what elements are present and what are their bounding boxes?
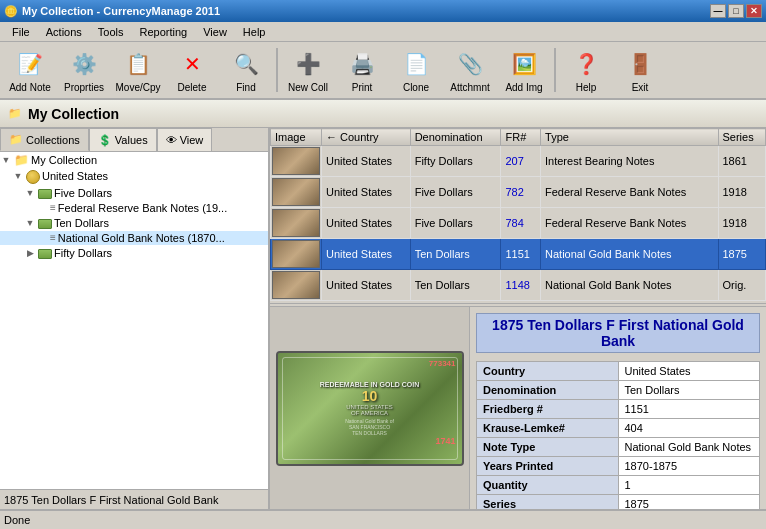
bottom-area: REDEEMABLE IN GOLD COIN 10 UNITED STATES…: [270, 307, 766, 509]
tree-item-unitedstates[interactable]: ▼ United States: [0, 168, 268, 185]
nationalgold-sub-icon: ≡: [50, 232, 56, 243]
values-icon: 💲: [98, 134, 112, 147]
add-img-label: Add Img: [505, 82, 542, 93]
table-scroll[interactable]: Image ← Country Denomination FR# Type Se…: [270, 128, 766, 303]
col-series[interactable]: Series: [718, 129, 766, 146]
menu-reporting[interactable]: Reporting: [132, 24, 196, 40]
col-country[interactable]: ← Country: [322, 129, 411, 146]
collection-tree[interactable]: ▼ 📁 My Collection ▼ United States ▼ Five…: [0, 152, 268, 489]
properties-button[interactable]: ⚙️ Proprties: [58, 44, 110, 96]
tree-item-fiftydollars[interactable]: ▶ Fifty Dollars: [0, 245, 268, 261]
menu-tools[interactable]: Tools: [90, 24, 132, 40]
detail-panel: 1875 Ten Dollars F First National Gold B…: [470, 307, 766, 509]
add-note-button[interactable]: 📝 Add Note: [4, 44, 56, 96]
main-content: 📁 Collections 💲 Values 👁 View ▼ 📁 My Col…: [0, 128, 766, 509]
expand-unitedstates[interactable]: ▼: [12, 171, 24, 181]
exit-button[interactable]: 🚪 Exit: [614, 44, 666, 96]
expand-fivedollars[interactable]: ▼: [24, 188, 36, 198]
col-type[interactable]: Type: [541, 129, 718, 146]
detail-field-value: 1870-1875: [619, 457, 760, 475]
status-bar: Done: [0, 509, 766, 529]
collections-tab-label: Collections: [26, 134, 80, 146]
menu-actions[interactable]: Actions: [38, 24, 90, 40]
col-denomination[interactable]: Denomination: [410, 129, 501, 146]
detail-field-value: 404: [619, 419, 760, 437]
values-tab-label: Values: [115, 134, 148, 146]
find-label: Find: [236, 82, 255, 93]
print-label: Print: [352, 82, 373, 93]
menu-help[interactable]: Help: [235, 24, 274, 40]
properties-icon: ⚙️: [68, 48, 100, 80]
new-coll-icon: ➕: [292, 48, 324, 80]
maximize-button[interactable]: □: [728, 4, 744, 18]
clone-button[interactable]: 📄 Clone: [390, 44, 442, 96]
table-row[interactable]: United StatesFive Dollars784Federal Rese…: [271, 208, 766, 239]
add-note-label: Add Note: [9, 82, 51, 93]
section-folder-icon: 📁: [8, 107, 22, 120]
new-coll-button[interactable]: ➕ New Coll: [282, 44, 334, 96]
fr-link[interactable]: 784: [505, 217, 523, 229]
detail-field-value: National Gold Bank Notes: [619, 438, 760, 456]
expand-mycollection[interactable]: ▼: [0, 155, 12, 165]
tree-item-mycollection[interactable]: ▼ 📁 My Collection: [0, 152, 268, 168]
section-title: My Collection: [28, 106, 119, 122]
row-series: 1918: [718, 208, 766, 239]
window-controls: — □ ✕: [710, 4, 762, 18]
clone-label: Clone: [403, 82, 429, 93]
fr-link[interactable]: 1148: [505, 279, 529, 291]
row-denomination: Fifty Dollars: [410, 146, 501, 177]
row-denomination: Ten Dollars: [410, 239, 501, 270]
col-image[interactable]: Image: [271, 129, 322, 146]
table-row[interactable]: United StatesFive Dollars782Federal Rese…: [271, 177, 766, 208]
print-button[interactable]: 🖨️ Print: [336, 44, 388, 96]
expand-fiftydollars[interactable]: ▶: [24, 248, 36, 258]
menu-view[interactable]: View: [195, 24, 235, 40]
tendollars-label: Ten Dollars: [54, 217, 109, 229]
left-status-strip: 1875 Ten Dollars F First National Gold B…: [0, 489, 268, 509]
detail-field-label: Series: [477, 495, 618, 509]
row-series: 1918: [718, 177, 766, 208]
col-fr[interactable]: FR#: [501, 129, 541, 146]
tree-item-nationalgold[interactable]: ≡ National Gold Bank Notes (1870...: [0, 231, 268, 245]
detail-grid: CountryUnited StatesDenominationTen Doll…: [476, 361, 760, 509]
view-icon: 👁: [166, 134, 177, 146]
attachment-icon: 📎: [454, 48, 486, 80]
find-button[interactable]: 🔍 Find: [220, 44, 272, 96]
fr-link[interactable]: 207: [505, 155, 523, 167]
toolbar: 📝 Add Note ⚙️ Proprties 📋 Move/Cpy ✕ Del…: [0, 42, 766, 100]
tree-item-fivedollars[interactable]: ▼ Five Dollars: [0, 185, 268, 201]
attachment-label: Attchmnt: [450, 82, 489, 93]
table-row[interactable]: United StatesTen Dollars1151National Gol…: [271, 239, 766, 270]
tab-view[interactable]: 👁 View: [157, 128, 213, 151]
view-tab-label: View: [180, 134, 204, 146]
tree-item-fedreserve[interactable]: ≡ Federal Reserve Bank Notes (19...: [0, 201, 268, 215]
unitedstates-coin-icon: [26, 169, 40, 184]
delete-icon: ✕: [176, 48, 208, 80]
row-image: [272, 147, 320, 175]
detail-field-label: Krause-Lemke#: [477, 419, 618, 437]
tab-values[interactable]: 💲 Values: [89, 128, 157, 151]
close-button[interactable]: ✕: [746, 4, 762, 18]
move-copy-label: Move/Cpy: [115, 82, 160, 93]
expand-tendollars[interactable]: ▼: [24, 218, 36, 228]
row-type: National Gold Bank Notes: [541, 270, 718, 301]
row-type: Interest Bearing Notes: [541, 146, 718, 177]
help-button[interactable]: ❓ Help: [560, 44, 612, 96]
menu-file[interactable]: File: [4, 24, 38, 40]
table-row[interactable]: United StatesFifty Dollars207Interest Be…: [271, 146, 766, 177]
tendollars-bill-icon: [38, 216, 52, 230]
table-row[interactable]: United StatesTen Dollars1148National Gol…: [271, 270, 766, 301]
fr-link[interactable]: 782: [505, 186, 523, 198]
detail-field-label: Years Printed: [477, 457, 618, 475]
minimize-button[interactable]: —: [710, 4, 726, 18]
row-fr: 207: [501, 146, 541, 177]
right-panel: Image ← Country Denomination FR# Type Se…: [270, 128, 766, 509]
move-copy-button[interactable]: 📋 Move/Cpy: [112, 44, 164, 96]
attachment-button[interactable]: 📎 Attchmnt: [444, 44, 496, 96]
delete-button[interactable]: ✕ Delete: [166, 44, 218, 96]
tree-item-tendollars[interactable]: ▼ Ten Dollars: [0, 215, 268, 231]
selected-item-info: 1875 Ten Dollars F First National Gold B…: [4, 494, 218, 506]
tab-collections[interactable]: 📁 Collections: [0, 128, 89, 151]
add-img-button[interactable]: 🖼️ Add Img: [498, 44, 550, 96]
fiftydollars-bill-icon: [38, 246, 52, 260]
